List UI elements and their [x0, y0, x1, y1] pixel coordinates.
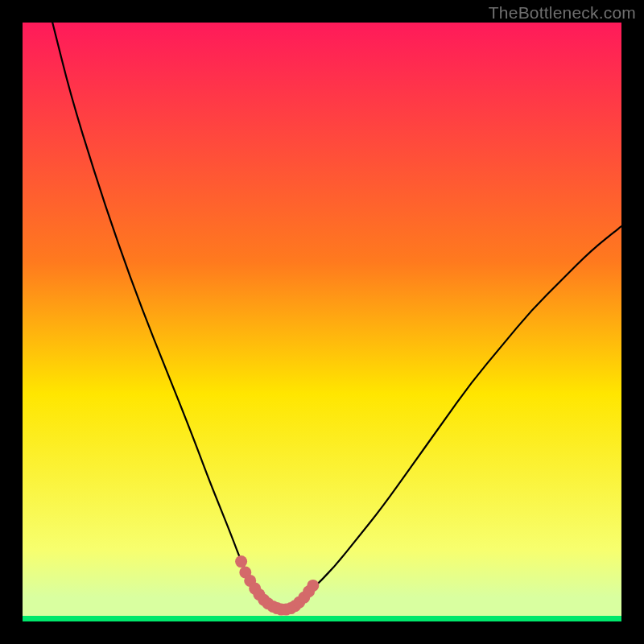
watermark-text: TheBottleneck.com — [489, 3, 636, 23]
marker-dot — [235, 555, 247, 568]
chart-svg — [23, 23, 621, 621]
bottom-green-line — [23, 616, 621, 621]
plot-area — [23, 23, 621, 621]
gradient-background — [23, 23, 621, 621]
chart-frame: TheBottleneck.com — [0, 0, 644, 644]
marker-dot — [307, 580, 319, 592]
